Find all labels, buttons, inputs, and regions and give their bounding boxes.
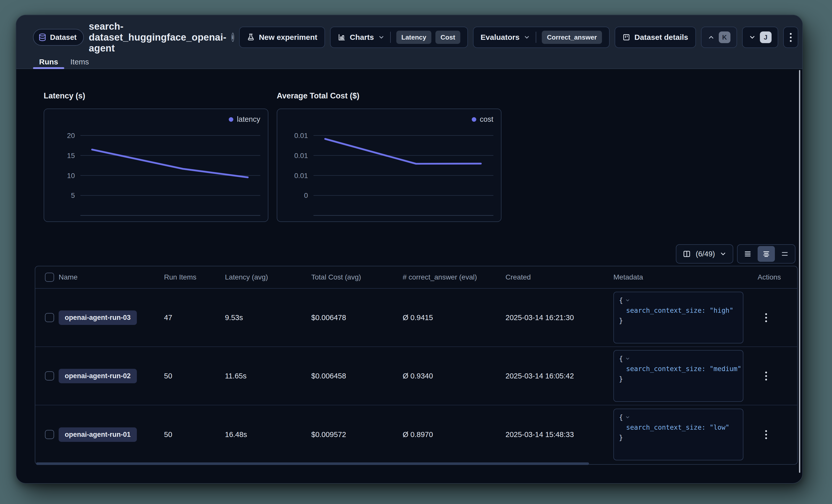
divider <box>390 32 391 43</box>
flask-icon <box>247 33 255 41</box>
table-row: openai-agent-run-02 50 11.65s $0.006458 … <box>35 347 797 405</box>
svg-text:20: 20 <box>67 132 75 140</box>
row-actions-menu[interactable] <box>765 372 797 381</box>
row-height-toggle <box>737 244 796 263</box>
cost-chart-legend: cost <box>472 115 493 123</box>
divider <box>536 32 536 43</box>
row-actions-menu[interactable] <box>765 313 797 322</box>
json-open-brace: { <box>619 412 623 422</box>
total-cost-value: $0.006458 <box>306 372 397 380</box>
col-header-name[interactable]: Name <box>53 273 158 281</box>
header-toolbar: Dataset search-dataset_huggingface_opena… <box>33 26 794 49</box>
charts-label: Charts <box>350 33 374 41</box>
runs-table: Name Run Items Latency (avg) Total Cost … <box>35 266 798 465</box>
metadata-entry: search_context_size: "medium" <box>619 364 738 374</box>
run-name-badge[interactable]: openai-agent-run-02 <box>59 369 137 383</box>
cost-chart-card: cost 0.010.010.010 <box>277 109 501 222</box>
table-row: openai-agent-run-01 50 16.48s $0.009572 … <box>35 405 797 464</box>
svg-text:0.01: 0.01 <box>294 152 308 160</box>
row-height-tall-button[interactable] <box>776 246 794 262</box>
legend-label: latency <box>237 115 260 123</box>
dataset-details-label: Dataset details <box>634 33 688 41</box>
row-height-compact-button[interactable] <box>739 246 757 262</box>
json-close-brace: } <box>619 315 738 326</box>
total-cost-value: $0.006478 <box>306 313 397 322</box>
legend-label: cost <box>480 115 493 123</box>
next-user-button[interactable]: J <box>742 27 778 48</box>
col-header-latency[interactable]: Latency (avg) <box>219 273 306 281</box>
col-header-actions: Actions <box>750 273 797 281</box>
latency-chart-legend: latency <box>229 115 260 123</box>
svg-text:10: 10 <box>67 172 75 179</box>
chevron-down-icon <box>523 34 530 40</box>
col-header-created[interactable]: Created <box>500 273 608 281</box>
dataset-details-button[interactable]: Dataset details <box>615 27 696 48</box>
evaluators-label: Evaluators <box>480 33 519 41</box>
chevron-down-icon <box>720 250 727 257</box>
latency-chart-card: latency 2015105 <box>44 109 268 222</box>
app-window: Dataset search-dataset_huggingface_opena… <box>16 15 803 484</box>
prev-user-button[interactable]: K <box>701 27 737 48</box>
avatar: K <box>719 31 730 43</box>
columns-icon <box>682 250 691 258</box>
created-value: 2025-03-14 16:21:30 <box>500 313 608 322</box>
json-collapse-chevron-icon[interactable] <box>625 298 630 303</box>
legend-dot <box>229 117 233 122</box>
chart-chip-latency[interactable]: Latency <box>396 31 431 44</box>
toolbar-actions: New experiment Charts <box>239 27 798 48</box>
latency-value: 9.53s <box>219 313 306 322</box>
svg-text:0.01: 0.01 <box>294 132 308 140</box>
page-title: search-dataset_huggingface_openai-agent <box>89 21 227 54</box>
col-header-run-items[interactable]: Run Items <box>158 273 219 281</box>
created-value: 2025-03-14 16:05:42 <box>500 372 608 380</box>
col-header-correct-answer[interactable]: # correct_answer (eval) <box>397 273 500 281</box>
table-header-row: Name Run Items Latency (avg) Total Cost … <box>35 266 797 289</box>
row-height-medium-button[interactable] <box>758 246 775 262</box>
run-items-value: 50 <box>158 430 219 439</box>
svg-text:0.01: 0.01 <box>294 172 308 179</box>
header-more-button[interactable] <box>783 27 798 48</box>
json-collapse-chevron-icon[interactable] <box>625 356 630 361</box>
tab-items[interactable]: Items <box>64 55 95 69</box>
table-row: openai-agent-run-03 47 9.53s $0.006478 Ø… <box>35 289 797 347</box>
header-band: Dataset search-dataset_huggingface_opena… <box>16 15 802 69</box>
cost-chart-plot: 0.010.010.010 <box>277 109 501 221</box>
correct-answer-value: Ø 0.9415 <box>397 313 500 322</box>
latency-chart-plot: 2015105 <box>44 109 268 221</box>
run-name-badge[interactable]: openai-agent-run-03 <box>59 310 137 325</box>
metadata-entry: search_context_size: "low" <box>619 422 738 432</box>
row-actions-menu[interactable] <box>765 430 797 439</box>
json-collapse-chevron-icon[interactable] <box>625 415 630 420</box>
kanban-board-icon <box>622 33 630 41</box>
horizontal-scrollbar[interactable] <box>36 463 589 465</box>
select-all-checkbox[interactable] <box>45 273 54 282</box>
metadata-entry: search_context_size: "high" <box>619 305 738 315</box>
created-value: 2025-03-14 15:48:33 <box>500 430 608 439</box>
new-experiment-button[interactable]: New experiment <box>239 27 325 48</box>
svg-text:5: 5 <box>71 192 75 199</box>
bar-chart-icon <box>338 33 346 41</box>
evaluators-dropdown[interactable]: Evaluators Correct_answer <box>473 27 609 48</box>
latency-value: 11.65s <box>219 372 306 380</box>
info-icon[interactable]: i <box>232 33 234 42</box>
database-icon <box>38 33 47 41</box>
col-header-metadata[interactable]: Metadata <box>608 273 750 281</box>
vertical-scrollbar[interactable] <box>799 70 800 473</box>
dataset-type-badge: Dataset <box>33 29 84 46</box>
svg-text:15: 15 <box>67 152 75 160</box>
chart-chip-cost[interactable]: Cost <box>436 31 460 44</box>
json-close-brace: } <box>619 432 738 443</box>
evaluator-chip-correct-answer[interactable]: Correct_answer <box>542 31 602 44</box>
column-visibility-button[interactable]: (6/49) <box>676 244 733 263</box>
row-checkbox[interactable] <box>45 313 54 322</box>
col-header-total-cost[interactable]: Total Cost (avg) <box>306 273 397 281</box>
run-name-badge[interactable]: openai-agent-run-01 <box>59 427 137 442</box>
run-items-value: 50 <box>158 372 219 380</box>
tab-runs[interactable]: Runs <box>33 55 64 69</box>
charts-dropdown[interactable]: Charts Latency Cost <box>330 27 468 48</box>
row-checkbox[interactable] <box>45 430 54 439</box>
metadata-json-viewer: { search_context_size: "low" } <box>614 409 744 460</box>
chevron-up-icon <box>708 34 715 41</box>
row-checkbox[interactable] <box>45 371 54 381</box>
latency-value: 16.48s <box>219 430 306 439</box>
